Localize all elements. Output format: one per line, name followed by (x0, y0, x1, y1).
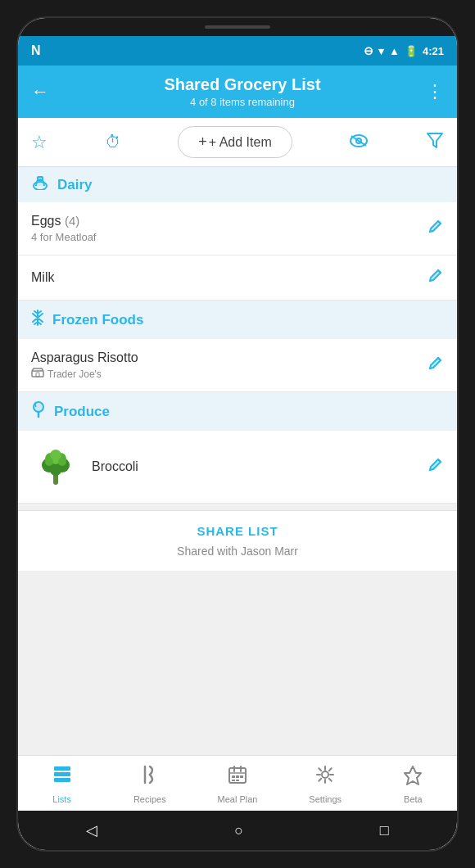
category-produce: Produce (18, 392, 457, 431)
risotto-store: Trader Joe's (31, 368, 419, 380)
svg-point-18 (45, 458, 53, 466)
svg-rect-27 (232, 775, 235, 778)
nav-item-recipes[interactable]: Recipes (106, 756, 193, 811)
eggs-item-content: Eggs (4) 4 for Meatloaf (31, 214, 419, 243)
beta-label: Beta (404, 794, 423, 804)
settings-icon (314, 763, 337, 791)
recipes-icon (138, 763, 161, 791)
nav-item-settings[interactable]: Settings (282, 756, 369, 811)
broccoli-edit-button[interactable] (419, 456, 444, 477)
list-item[interactable]: Milk (18, 255, 457, 301)
page-title: Shared Grocery List (59, 75, 426, 94)
frozen-label: Frozen Foods (52, 312, 143, 328)
svg-point-19 (58, 458, 66, 466)
dairy-label: Dairy (57, 177, 93, 193)
settings-label: Settings (309, 794, 342, 804)
notch-bar (205, 25, 270, 29)
milk-name: Milk (31, 270, 419, 285)
svg-rect-20 (54, 766, 70, 771)
svg-rect-21 (54, 772, 70, 776)
svg-point-13 (50, 464, 61, 476)
store-name: Trader Joe's (48, 368, 102, 380)
risotto-edit-button[interactable] (419, 355, 444, 376)
top-notch (18, 18, 457, 36)
home-nav-button[interactable]: ○ (234, 822, 243, 839)
beta-icon (401, 763, 424, 791)
milk-edit-button[interactable] (419, 267, 444, 288)
eggs-name: Eggs (4) (31, 214, 419, 228)
favorites-icon[interactable]: ☆ (31, 132, 48, 153)
produce-icon (31, 400, 46, 423)
frozen-icon (31, 309, 44, 331)
phone-container: N ⊖ ▾ ▲ 🔋 4:21 ← Shared Grocery List 4 o… (16, 16, 459, 852)
svg-rect-29 (240, 775, 243, 778)
content-area: Dairy Eggs (4) 4 for Meatloaf Milk (18, 167, 457, 755)
list-item[interactable]: Broccoli (18, 431, 457, 504)
status-wifi-icon: ▾ (378, 45, 384, 57)
status-time: 4:21 (423, 45, 444, 57)
eggs-count: (4) (65, 214, 79, 228)
status-signal-icon: ▲ (389, 45, 400, 57)
svg-rect-6 (32, 371, 43, 377)
back-button[interactable]: ← (31, 81, 49, 102)
status-app-icon: N (31, 43, 41, 58)
status-circle-icon: ⊖ (364, 44, 373, 57)
more-options-button[interactable]: ⋮ (426, 81, 444, 102)
recents-nav-button[interactable]: □ (380, 822, 389, 839)
list-item[interactable]: Eggs (4) 4 for Meatloaf (18, 202, 457, 255)
items-remaining-subtitle: 4 of 8 items remaining (59, 96, 426, 108)
risotto-item-content: Asparagus Risotto Trader Joe's (31, 350, 419, 380)
lists-icon (51, 763, 74, 791)
svg-rect-28 (236, 775, 239, 778)
broccoli-item-content: Broccoli (92, 459, 419, 474)
dairy-icon (31, 175, 49, 194)
svg-marker-3 (428, 133, 442, 147)
recipes-label: Recipes (133, 794, 166, 804)
plus-icon: + (198, 133, 207, 151)
eggs-note: 4 for Meatloaf (31, 231, 419, 243)
svg-point-32 (322, 771, 328, 778)
svg-marker-33 (405, 766, 421, 784)
hide-checked-icon[interactable] (349, 132, 369, 153)
svg-rect-31 (236, 780, 239, 781)
status-bar: N ⊖ ▾ ▲ 🔋 4:21 (18, 36, 457, 66)
eggs-edit-button[interactable] (419, 218, 444, 239)
category-dairy: Dairy (18, 167, 457, 202)
app-header: ← Shared Grocery List 4 of 8 items remai… (18, 66, 457, 118)
list-item[interactable]: Asparagus Risotto Trader Joe's (18, 339, 457, 392)
share-section: SHARE LIST Shared with Jason Marr (18, 510, 457, 571)
nav-item-beta[interactable]: Beta (369, 756, 457, 811)
add-item-label: + Add Item (209, 135, 272, 150)
produce-label: Produce (54, 404, 110, 420)
shared-with-text: Shared with Jason Marr (31, 545, 444, 558)
add-item-button[interactable]: + + Add Item (178, 126, 292, 158)
broccoli-image (31, 442, 80, 491)
history-icon[interactable]: ⏱ (105, 133, 121, 151)
status-battery-icon: 🔋 (405, 45, 418, 57)
back-nav-button[interactable]: ◁ (86, 821, 97, 839)
share-list-button[interactable]: SHARE LIST (31, 524, 444, 538)
header-title-block: Shared Grocery List 4 of 8 items remaini… (59, 75, 426, 108)
android-nav-bar: ◁ ○ □ (18, 811, 457, 850)
filter-icon[interactable] (426, 131, 444, 154)
store-icon (31, 368, 44, 380)
broccoli-name: Broccoli (92, 459, 419, 474)
category-frozen: Frozen Foods (18, 301, 457, 339)
nav-item-lists[interactable]: Lists (18, 756, 106, 811)
nav-item-mealplan[interactable]: Meal Plan (193, 756, 281, 811)
svg-rect-30 (232, 780, 235, 781)
risotto-name: Asparagus Risotto (31, 350, 419, 365)
mealplan-label: Meal Plan (218, 794, 258, 804)
svg-line-2 (351, 136, 366, 146)
milk-item-content: Milk (31, 270, 419, 285)
status-right-icons: ⊖ ▾ ▲ 🔋 4:21 (364, 44, 444, 57)
lists-label: Lists (52, 794, 71, 804)
mealplan-icon (226, 763, 249, 791)
toolbar: ☆ ⏱ + + Add Item (18, 118, 457, 167)
bottom-nav: Lists Recipes (18, 755, 457, 811)
svg-rect-22 (54, 778, 70, 782)
